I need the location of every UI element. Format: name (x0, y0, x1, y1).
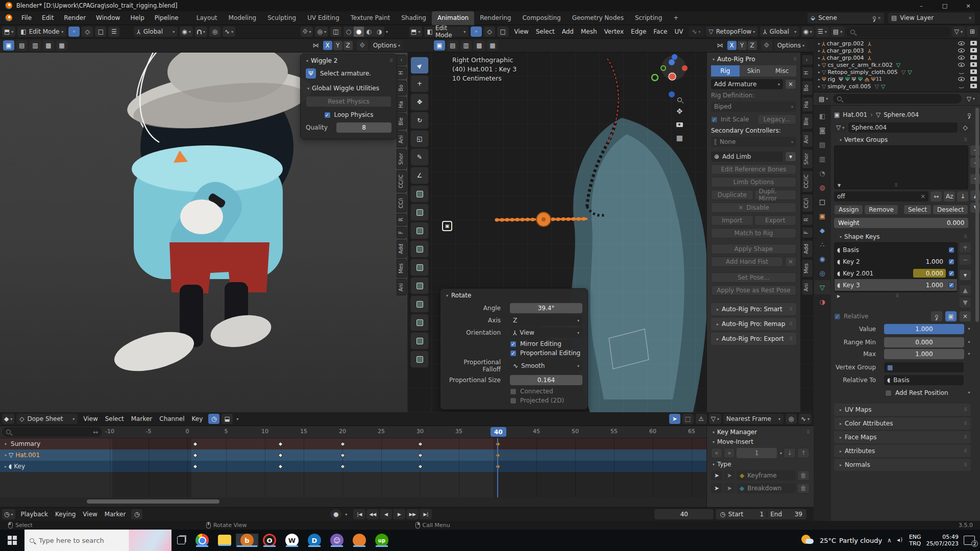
shape-keys-header[interactable]: Shape Keys (844, 233, 961, 240)
datablock-name-field[interactable]: Sphere.004 (848, 122, 958, 133)
camera-visibility-icon[interactable] (970, 69, 977, 74)
properties-tab[interactable]: ▣ (814, 209, 830, 223)
taskbar-app-icon[interactable]: O (258, 534, 281, 547)
type-header[interactable]: Type (717, 461, 731, 468)
proportional-falloff-button[interactable]: ∿▾ (223, 27, 235, 37)
xray-toggle-button[interactable]: ◫ (330, 27, 341, 37)
deselect-type-button[interactable]: ➤ (724, 483, 735, 493)
filter-invert-button[interactable]: ↔ (930, 191, 942, 202)
object-name[interactable]: char_grp.004 (827, 55, 864, 61)
arp-title[interactable]: Auto-Rig Pro (717, 56, 793, 63)
sidebar-tab[interactable]: Add (397, 240, 407, 258)
quality-field[interactable]: 8 (336, 122, 391, 133)
sort-alpha-button[interactable]: Az (944, 191, 955, 202)
properties-tab[interactable]: ◎ (814, 266, 830, 280)
warning-icon[interactable]: ⚠ (696, 414, 707, 424)
outliner-row[interactable]: ● ▸ Ψ rig ΨΨΨΨΨΨ11 × (814, 76, 980, 83)
select-mode-intersect-button[interactable]: ▦ (56, 40, 67, 51)
channel-search-input[interactable]: ↔ (2, 427, 102, 437)
workspace-tab[interactable]: + (668, 11, 684, 25)
range-min-field[interactable]: 0.000 (884, 337, 964, 347)
vertex-select-button[interactable]: ◦ (471, 27, 482, 37)
shape-key-row[interactable]: ◖ Key 2.001 0.000 ✓ (835, 267, 957, 279)
camera-visibility-icon[interactable] (970, 77, 977, 81)
properties-tab[interactable]: ◉ (814, 252, 830, 266)
orientation-dropdown[interactable]: YGlobal▾ (760, 27, 799, 37)
object-name[interactable]: char_grp.002 (827, 40, 864, 47)
vgroup-filter-field[interactable]: off× (834, 191, 928, 202)
outliner-row[interactable]: ● ▸ ▽ Retopo_simply_cloth.005 ▽▽ × (814, 68, 980, 76)
properties-tab[interactable]: ▤ (814, 137, 830, 152)
outliner-row[interactable]: ● ▸ Y char_grp.003 Y × (814, 47, 980, 54)
fake-user-shield-icon[interactable]: ◇ (960, 122, 971, 133)
object-name[interactable]: cs_user_c_arm_fk.r.002 (827, 62, 892, 68)
taskbar-app-icon[interactable]: W (281, 534, 303, 547)
viewport-menu-item[interactable]: Vertex (601, 26, 628, 38)
pivot-point-button[interactable]: ◉▾ (801, 27, 814, 37)
toolbar-tool-button[interactable]: ↻ (410, 112, 429, 129)
mirror-editing-checkbox[interactable]: ✓ (510, 341, 517, 347)
camera-visibility-icon[interactable] (970, 41, 977, 45)
viewport-menu-item[interactable]: Edge (627, 26, 650, 38)
edge-select-button[interactable]: ◇ (82, 27, 93, 37)
timeline-menu-item[interactable]: View▾ (79, 508, 101, 520)
shapekey-name[interactable]: Key 3 (843, 282, 911, 289)
material-shading-button[interactable]: ◐ (364, 27, 374, 37)
toolbar-tool-button[interactable]: + (410, 75, 429, 92)
jump-right-button[interactable]: » (724, 448, 735, 458)
properties-tab[interactable]: ◔ (814, 166, 830, 180)
taskbar-app-icon[interactable]: ☺ (326, 534, 348, 547)
toolbar-tool-button[interactable]: ✥ (410, 93, 429, 111)
arp-tab[interactable]: Rig (711, 65, 740, 77)
transport-button[interactable]: ◀◀ (366, 509, 379, 519)
sidebar-tab[interactable]: Ble (397, 113, 407, 130)
collapsed-section[interactable]: ▸Normals⠿ (834, 459, 971, 471)
sidebar-tab[interactable]: Ani (397, 279, 407, 295)
collapsed-panel[interactable]: ▸Auto-Rig Pro: Remap⠿ (711, 318, 796, 330)
add-armature-dropdown[interactable]: Add Armature▾ (711, 79, 783, 89)
editor-type-button[interactable]: ⬒▾ (409, 27, 422, 37)
face-select-button[interactable]: □ (95, 27, 106, 37)
taskbar-app-icon[interactable] (213, 535, 236, 546)
insert-above-button[interactable]: ↑ (797, 448, 810, 458)
shapekey-mute-checkbox[interactable]: ✓ (948, 247, 954, 253)
shapekey-mute-checkbox[interactable]: ✓ (948, 270, 954, 277)
insert-below-button[interactable]: ↓ (783, 448, 796, 458)
expand-icon[interactable]: ▸ (818, 63, 820, 67)
transport-button[interactable]: ▶▶ (406, 509, 419, 519)
toolbar-tool-button[interactable]: ∠ (410, 167, 429, 184)
taskbar-app-icon[interactable]: up (371, 534, 393, 547)
jump-left-button[interactable]: « (711, 448, 722, 458)
reset-physics-button[interactable]: Reset Physics (306, 96, 391, 107)
proportional-editing-checkbox[interactable]: ✓ (510, 350, 517, 357)
shape-key-row[interactable]: ◖ Key 2 1.000 ✓ (835, 256, 957, 267)
assign-button[interactable]: Assign (834, 205, 863, 215)
search-highlight-image[interactable] (129, 530, 172, 551)
channel-name[interactable]: Key (14, 463, 25, 470)
shapekey-value[interactable]: 1.000 (913, 257, 946, 266)
properties-tab[interactable]: ◙ (814, 123, 830, 137)
editor-type-button[interactable]: ▤▾ (817, 94, 830, 104)
auto-keying-record-button[interactable]: ● (330, 509, 341, 519)
delete-type-button[interactable]: 🗑 (797, 483, 810, 493)
select-mode-invert-button[interactable]: ▩ (43, 40, 54, 51)
workspace-tab[interactable]: Animation (432, 11, 474, 25)
vertex-groups-header[interactable]: Vertex Groups (844, 136, 961, 143)
move-up-button[interactable]: ▲ (960, 285, 971, 295)
retopoflow-menu[interactable]: ▽RetopoFlow▾ (706, 27, 758, 37)
outliner-search-input[interactable] (846, 27, 950, 37)
shapekey-value[interactable]: 1.000 (913, 281, 946, 289)
timeline-menu-item[interactable]: Keying▾ (52, 508, 79, 520)
drag-handle[interactable]: ⠿ (389, 58, 393, 63)
toolbar-tool-button[interactable] (410, 295, 429, 313)
select-mode-extend-button[interactable]: ▤ (447, 40, 458, 51)
editor-type-button[interactable]: ⬒▾ (2, 27, 15, 37)
sidebar-tab[interactable]: Mes (397, 259, 407, 278)
sidebar-tab[interactable]: R (802, 214, 813, 226)
use-preview-range-icon[interactable]: ◷ (720, 511, 725, 518)
collapsed-panel[interactable]: ▸Auto-Rig Pro: Export⠿ (711, 333, 796, 345)
wireframe-shading-button[interactable]: ○ (344, 27, 354, 37)
range-max-field[interactable]: 1.000 (884, 349, 964, 359)
properties-tab[interactable]: ◍ (814, 180, 830, 194)
relative-to-field[interactable]: ◖Basis (884, 375, 964, 385)
